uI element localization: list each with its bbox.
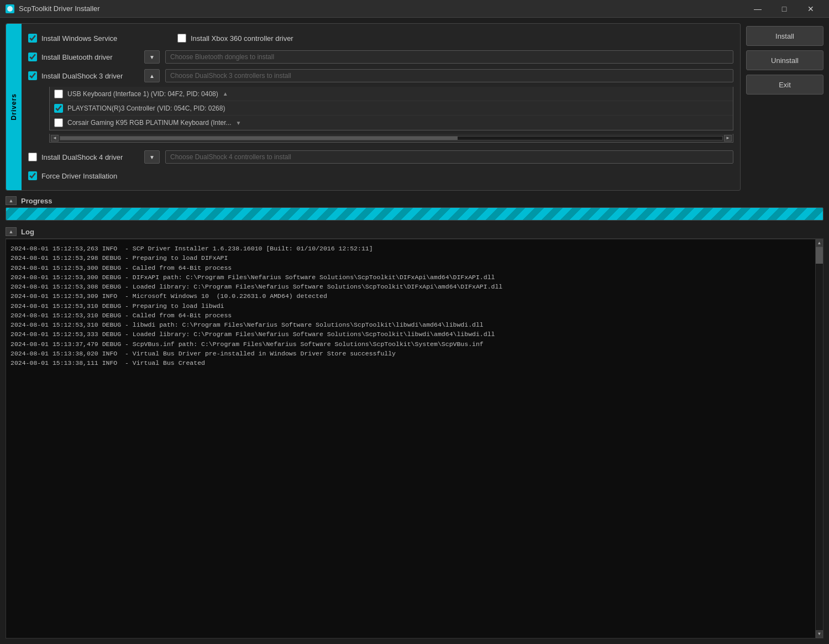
- progress-collapse-btn[interactable]: ▲: [6, 196, 17, 205]
- bluetooth-text: Install Bluetooth driver: [41, 53, 113, 61]
- scroll-right-btn[interactable]: ►: [724, 135, 732, 142]
- main-content: Drivers Install Windows Service Install …: [0, 18, 829, 644]
- xbox360-text: Install Xbox 360 controller driver: [191, 34, 293, 43]
- log-line: 2024-08-01 15:12:53,300 DEBUG - Called f…: [11, 263, 810, 273]
- title-bar-controls: — □ ✕: [745, 0, 823, 18]
- log-line: 2024-08-01 15:13:38,111 INFO - Virtual B…: [11, 358, 810, 368]
- dualshock3-label[interactable]: Install DualShock 3 driver: [28, 71, 139, 80]
- drivers-sidebar: Drivers: [6, 24, 22, 190]
- log-line: 2024-08-01 15:12:53,333 DEBUG - Loaded l…: [11, 329, 810, 339]
- close-button[interactable]: ✕: [798, 0, 823, 18]
- drivers-panel: Drivers Install Windows Service Install …: [6, 23, 741, 191]
- progress-section: ▲ Progress: [0, 196, 829, 225]
- log-header: ▲ Log: [6, 225, 823, 239]
- log-collapse-btn[interactable]: ▲: [6, 227, 17, 236]
- log-line: 2024-08-01 15:13:37,479 DEBUG - ScpVBus.…: [11, 339, 810, 349]
- device-1-checkbox[interactable]: [54, 104, 63, 113]
- device-row-2: Corsair Gaming K95 RGB PLATINUM Keyboard…: [50, 116, 733, 130]
- bluetooth-checkbox[interactable]: [28, 53, 37, 61]
- device-row-1: PLAYSTATION(R)3 Controller (VID: 054C, P…: [50, 101, 733, 116]
- device-0-checkbox[interactable]: [54, 90, 63, 98]
- maximize-button[interactable]: □: [772, 0, 797, 18]
- log-line: 2024-08-01 15:12:53,310 DEBUG - Preparin…: [11, 301, 810, 311]
- bluetooth-dropdown-field: Choose Bluetooth dongles to install: [165, 50, 733, 64]
- log-line: 2024-08-01 15:13:38,020 INFO - Virtual B…: [11, 349, 810, 358]
- device-1-label: PLAYSTATION(R)3 Controller (VID: 054C, P…: [67, 104, 225, 112]
- log-section: ▲ Log 2024-08-01 15:12:53,263 INFO - SCP…: [0, 225, 829, 644]
- dualshock3-device-list: USB Keyboard (Interface 1) (VID: 04F2, P…: [49, 87, 733, 130]
- log-line: 2024-08-01 15:12:53,310 DEBUG - libwdi p…: [11, 320, 810, 329]
- app-icon: [6, 4, 14, 13]
- force-driver-text: Force Driver Installation: [41, 172, 117, 180]
- log-line: 2024-08-01 15:12:53,310 DEBUG - Called f…: [11, 311, 810, 320]
- top-section: Drivers Install Windows Service Install …: [0, 18, 829, 196]
- title-bar-text: ScpToolkit Driver Installer: [19, 4, 745, 13]
- log-scroll-track: [816, 247, 823, 630]
- dualshock3-dropdown-field: Choose DualShock 3 controllers to instal…: [165, 69, 733, 82]
- uninstall-button[interactable]: Uninstall: [746, 50, 823, 70]
- scroll-left-btn[interactable]: ◄: [51, 135, 59, 142]
- log-line: 2024-08-01 15:12:53,298 DEBUG - Preparin…: [11, 253, 810, 263]
- right-buttons: Install Uninstall Exit: [746, 23, 823, 191]
- xbox360-checkbox[interactable]: [177, 34, 186, 43]
- dualshock3-checkbox[interactable]: [28, 71, 37, 80]
- windows-service-label[interactable]: Install Windows Service: [28, 34, 139, 43]
- svg-point-0: [7, 6, 13, 12]
- install-button[interactable]: Install: [746, 26, 823, 46]
- dualshock4-row: Install DualShock 4 driver ▼ Choose Dual…: [28, 149, 733, 165]
- xbox360-label[interactable]: Install Xbox 360 controller driver: [177, 34, 293, 43]
- log-scroll-down[interactable]: ▼: [816, 630, 823, 638]
- windows-service-text: Install Windows Service: [41, 34, 117, 43]
- progress-title: Progress: [21, 197, 52, 205]
- log-text: 2024-08-01 15:12:53,263 INFO - SCP Drive…: [11, 244, 818, 368]
- scrollbar-track: [60, 136, 723, 140]
- windows-service-row: Install Windows Service Install Xbox 360…: [28, 30, 733, 46]
- progress-bar-fill: [6, 208, 823, 220]
- progress-bar-container: [6, 207, 823, 221]
- dualshock3-horiz-scroll: ◄ ►: [49, 134, 733, 143]
- dualshock4-label[interactable]: Install DualShock 4 driver: [28, 153, 139, 161]
- bluetooth-label[interactable]: Install Bluetooth driver: [28, 53, 139, 61]
- dualshock3-dropdown-btn[interactable]: ▲: [144, 69, 160, 82]
- bluetooth-dropdown-btn[interactable]: ▼: [144, 50, 160, 64]
- dualshock3-text: Install DualShock 3 driver: [41, 72, 123, 80]
- log-content: 2024-08-01 15:12:53,263 INFO - SCP Drive…: [6, 239, 823, 638]
- log-line: 2024-08-01 15:12:53,308 DEBUG - Loaded l…: [11, 282, 810, 291]
- log-line: 2024-08-01 15:12:53,263 INFO - SCP Drive…: [11, 244, 810, 253]
- minimize-button[interactable]: —: [745, 0, 770, 18]
- bluetooth-row: Install Bluetooth driver ▼ Choose Blueto…: [28, 49, 733, 65]
- log-line: 2024-08-01 15:12:53,300 DEBUG - DIFxAPI …: [11, 273, 810, 282]
- scrollbar-thumb: [60, 137, 458, 140]
- dualshock3-row: Install DualShock 3 driver ▲ Choose Dual…: [28, 68, 733, 83]
- dualshock4-dropdown-field: Choose DualShock 4 controllers to instal…: [165, 150, 733, 164]
- drivers-sidebar-label: Drivers: [10, 93, 18, 120]
- exit-button[interactable]: Exit: [746, 75, 823, 95]
- log-scroll-up[interactable]: ▲: [816, 239, 823, 247]
- log-scrollbar: ▲ ▼: [815, 239, 823, 638]
- device-row-0: USB Keyboard (Interface 1) (VID: 04F2, P…: [50, 87, 733, 101]
- device-2-scroll-arrow: ▼: [236, 120, 245, 126]
- log-line: 2024-08-01 15:12:53,309 INFO - Microsoft…: [11, 291, 810, 301]
- device-2-label: Corsair Gaming K95 RGB PLATINUM Keyboard…: [67, 119, 232, 127]
- log-title: Log: [21, 228, 34, 236]
- dualshock4-text: Install DualShock 4 driver: [41, 153, 123, 161]
- force-driver-row: Force Driver Installation: [28, 168, 733, 184]
- device-0-scroll-arrow: ▲: [223, 91, 232, 97]
- title-bar: ScpToolkit Driver Installer — □ ✕: [0, 0, 829, 18]
- device-0-label: USB Keyboard (Interface 1) (VID: 04F2, P…: [67, 90, 218, 98]
- log-scroll-thumb: [816, 247, 823, 264]
- force-driver-label[interactable]: Force Driver Installation: [28, 171, 139, 180]
- dualshock4-dropdown-btn[interactable]: ▼: [144, 150, 160, 164]
- progress-label-row: ▲ Progress: [6, 196, 823, 205]
- dualshock4-checkbox[interactable]: [28, 153, 37, 161]
- windows-service-checkbox[interactable]: [28, 34, 37, 43]
- drivers-content: Install Windows Service Install Xbox 360…: [28, 30, 733, 184]
- device-2-checkbox[interactable]: [54, 118, 63, 127]
- force-driver-checkbox[interactable]: [28, 171, 37, 180]
